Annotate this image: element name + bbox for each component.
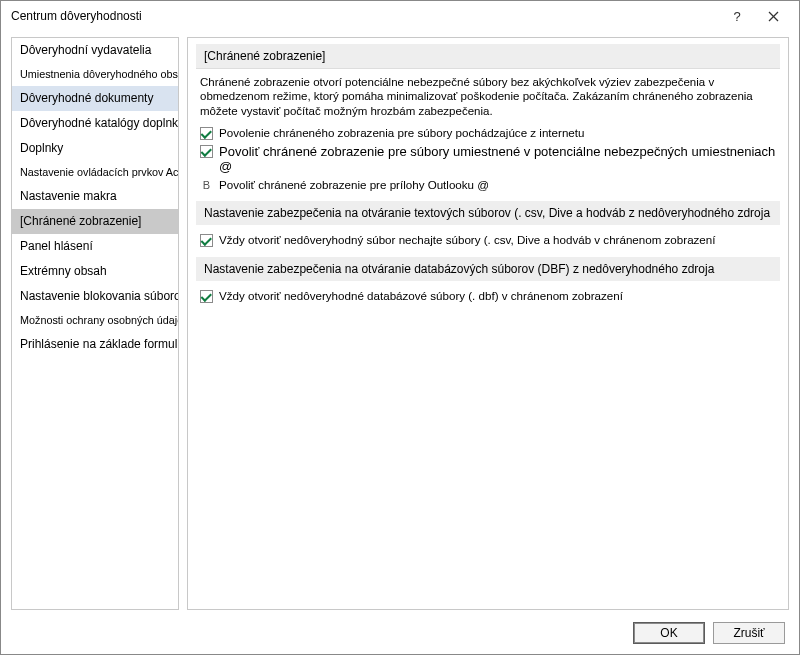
sidebar-item-privacy-options[interactable]: Možnosti ochrany osobných údajov: [12, 309, 178, 332]
button-label: OK: [660, 626, 677, 640]
ok-button[interactable]: OK: [633, 622, 705, 644]
checkbox-label: Povoliť chránené zobrazenie pre súbory u…: [219, 144, 776, 174]
checkbox-icon: [200, 234, 213, 247]
dialog-footer: OK Zrušiť: [1, 614, 799, 654]
sidebar-item-message-bar[interactable]: Panel hlásení: [12, 234, 178, 259]
sidebar-item-activex-settings[interactable]: Nastavenie ovládacích prvkov ActiveX: [12, 161, 178, 184]
sidebar-item-label: [Chránené zobrazenie]: [20, 214, 141, 228]
sidebar-item-label: Umiestnenia dôveryhodného obsahu: [20, 68, 179, 80]
window-title: Centrum dôveryhodnosti: [11, 9, 719, 23]
sidebar-item-trusted-documents[interactable]: Dôveryhodné dokumenty: [12, 86, 178, 111]
sidebar-item-file-block-settings[interactable]: Nastavenie blokovania súborov: [12, 284, 178, 309]
sidebar-item-label: Dôveryhodné katalógy doplnkov: [20, 116, 179, 130]
sidebar-item-label: Možnosti ochrany osobných údajov: [20, 314, 179, 326]
checkbox-open-dbf-in-pv[interactable]: Vždy otvoriť nedôveryhodné databázové sú…: [196, 287, 780, 305]
checkbox-enable-pv-internet[interactable]: Povolenie chráneného zobrazenia pre súbo…: [196, 124, 780, 142]
checkbox-label: Povoliť chránené zobrazenie pre prílohy …: [219, 178, 489, 191]
checkbox-enable-pv-unsafe-locations[interactable]: Povoliť chránené zobrazenie pre súbory u…: [196, 142, 780, 176]
sidebar-item-label: Dôveryhodné dokumenty: [20, 91, 153, 105]
checkbox-label: Povolenie chráneného zobrazenia pre súbo…: [219, 126, 584, 139]
sidebar-item-form-based-signin[interactable]: Prihlásenie na základe formulára: [12, 332, 178, 357]
checkbox-icon: [200, 127, 213, 140]
group-header-text-files: Nastavenie zabezpečenia na otváranie tex…: [196, 201, 780, 225]
group-header-dbf-files: Nastavenie zabezpečenia na otváranie dat…: [196, 257, 780, 281]
sidebar-item-label: Nastavenie makra: [20, 189, 117, 203]
dialog-body: Dôveryhodní vydavatelia Umiestnenia dôve…: [1, 31, 799, 614]
titlebar: Centrum dôveryhodnosti ?: [1, 1, 799, 31]
help-icon: ?: [733, 9, 740, 24]
trust-center-window: Centrum dôveryhodnosti ? Dôveryhodní vyd…: [0, 0, 800, 655]
group-header-protected-view: [Chránené zobrazenie]: [196, 44, 780, 69]
sidebar-item-trusted-publishers[interactable]: Dôveryhodní vydavatelia: [12, 38, 178, 63]
protected-view-description: Chránené zobrazenie otvorí potenciálne n…: [196, 75, 780, 124]
sidebar-item-trusted-locations[interactable]: Umiestnenia dôveryhodného obsahu: [12, 63, 178, 86]
sidebar-item-protected-view[interactable]: [Chránené zobrazenie]: [12, 209, 178, 234]
sidebar-item-addins-catalogs[interactable]: Dôveryhodné katalógy doplnkov: [12, 111, 178, 136]
button-label: Zrušiť: [733, 626, 764, 640]
content-pane: [Chránené zobrazenie] Chránené zobrazeni…: [187, 37, 789, 610]
sidebar-item-label: Panel hlásení: [20, 239, 93, 253]
checkbox-icon: [200, 145, 213, 158]
sidebar-item-addins[interactable]: Doplnky: [12, 136, 178, 161]
sidebar-item-macro-settings[interactable]: Nastavenie makra: [12, 184, 178, 209]
sidebar-item-label: Prihlásenie na základe formulára: [20, 337, 179, 351]
sidebar: Dôveryhodní vydavatelia Umiestnenia dôve…: [11, 37, 179, 610]
option-prefix: B: [200, 179, 213, 191]
checkbox-open-text-in-pv[interactable]: Vždy otvoriť nedôveryhodný súbor nechajt…: [196, 231, 780, 249]
sidebar-item-label: Extrémny obsah: [20, 264, 107, 278]
checkbox-label: Vždy otvoriť nedôveryhodné databázové sú…: [219, 289, 623, 302]
sidebar-item-label: Nastavenie blokovania súborov: [20, 289, 179, 303]
sidebar-item-external-content[interactable]: Extrémny obsah: [12, 259, 178, 284]
checkbox-icon: [200, 290, 213, 303]
close-icon: [768, 11, 779, 22]
cancel-button[interactable]: Zrušiť: [713, 622, 785, 644]
checkbox-enable-pv-outlook-attachments[interactable]: B Povoliť chránené zobrazenie pre príloh…: [196, 176, 780, 193]
help-button[interactable]: ?: [719, 2, 755, 30]
sidebar-item-label: Dôveryhodní vydavatelia: [20, 43, 151, 57]
close-button[interactable]: [755, 2, 791, 30]
sidebar-item-label: Nastavenie ovládacích prvkov ActiveX: [20, 166, 179, 178]
checkbox-label: Vždy otvoriť nedôveryhodný súbor nechajt…: [219, 233, 716, 246]
sidebar-item-label: Doplnky: [20, 141, 63, 155]
